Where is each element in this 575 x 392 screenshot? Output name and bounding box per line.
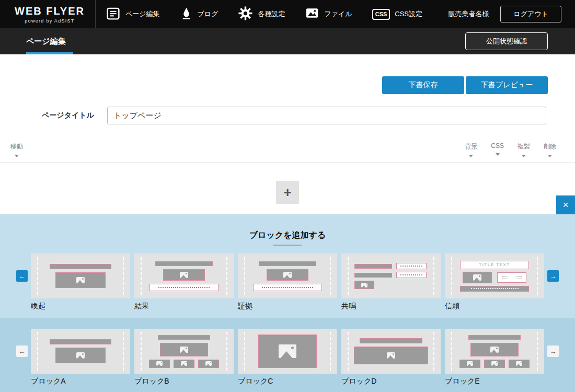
picture-icon	[516, 361, 522, 366]
block-thumb-kyomei[interactable]: 共鳴	[341, 253, 441, 311]
block-thumb-a[interactable]: ブロックA	[31, 329, 130, 386]
block-thumb-d[interactable]: ブロックD	[341, 329, 441, 386]
placeholder-image	[354, 281, 374, 289]
duplicate-label: 複製	[518, 143, 530, 150]
page-title-input[interactable]	[107, 107, 546, 124]
nav-item-settings[interactable]: 各種設定	[228, 0, 295, 28]
block-preview	[238, 329, 337, 374]
block-preview	[445, 329, 544, 374]
block-toolbar: 移動 背景 CSS 複製 削除	[0, 138, 575, 163]
placeholder-bar	[460, 286, 529, 292]
nav-item-files[interactable]: ファイル	[295, 0, 362, 28]
nav-item-label: CSS設定	[395, 9, 422, 19]
placeholder-text	[150, 284, 218, 291]
picture-icon	[180, 272, 188, 278]
block-thumb-kekka[interactable]: 結果	[134, 253, 234, 311]
block-row-generic: ← ブロックA	[0, 318, 575, 386]
block-preview	[238, 253, 337, 298]
picture-icon	[361, 283, 367, 287]
publish-status-button[interactable]: 公開状態確認	[465, 32, 548, 50]
chevron-down-icon	[496, 153, 500, 156]
block-preview	[134, 329, 234, 374]
nav-item-label: ブログ	[198, 9, 218, 19]
placeholder-image	[55, 348, 106, 363]
duplicate-dropdown[interactable]: 複製	[518, 142, 530, 157]
move-dropdown[interactable]: 移動	[10, 142, 23, 157]
placeholder-bar	[50, 339, 111, 344]
block-preview	[341, 329, 441, 374]
page-edit-icon	[106, 6, 121, 23]
block-thumb-c[interactable]: ブロックC	[238, 329, 337, 386]
block-preview	[31, 329, 130, 374]
picture-icon	[76, 352, 85, 359]
add-block-button[interactable]: +	[276, 181, 299, 204]
image-icon	[305, 6, 319, 22]
css-label: CSS	[491, 142, 504, 149]
placeholder-bar	[158, 335, 210, 340]
chevron-down-icon	[522, 155, 526, 157]
chevron-down-icon	[15, 155, 19, 157]
nav-item-page-edit[interactable]: ページ編集	[96, 0, 170, 28]
placeholder-image	[484, 360, 505, 368]
block-row-patterns: ← 喚起 結果	[0, 246, 575, 311]
delete-dropdown[interactable]: 削除	[544, 142, 556, 157]
picture-icon	[490, 347, 499, 353]
background-dropdown[interactable]: 背景	[465, 142, 477, 157]
next-arrow-button[interactable]: →	[547, 345, 559, 357]
nav-item-blog[interactable]: ブログ	[170, 0, 228, 28]
placeholder-image	[198, 360, 219, 368]
app-logo: WEB FLYER powerd by AdSIST	[0, 5, 85, 24]
placeholder-bar	[155, 261, 213, 266]
placeholder-title: TITLE TEXT	[460, 261, 529, 269]
subheader: ページ編集 公開状態確認	[0, 28, 575, 54]
block-preview: TITLE TEXT	[445, 253, 544, 298]
block-label: ブロックD	[341, 377, 441, 386]
cards-row2: ブロックA ブロックB	[31, 329, 544, 386]
next-arrow-button[interactable]: →	[547, 270, 559, 282]
block-label: 信頼	[445, 302, 544, 311]
logout-button[interactable]: ログアウト	[500, 6, 561, 22]
placeholder-image	[174, 360, 194, 368]
active-tab-underline	[26, 52, 73, 54]
picture-icon	[181, 361, 187, 366]
page-title: ページ編集	[26, 37, 66, 47]
placeholder-bar	[50, 264, 111, 269]
block-thumb-b[interactable]: ブロックB	[134, 329, 234, 386]
block-thumb-e[interactable]: ブロックE	[445, 329, 544, 386]
nav-item-css-settings[interactable]: CSS CSS設定	[362, 0, 432, 28]
page: WEB FLYER powerd by AdSIST ページ編集 ブログ	[0, 0, 575, 392]
nav-item-label: ページ編集	[125, 9, 160, 19]
chevron-down-icon	[548, 155, 552, 157]
pen-icon	[180, 7, 193, 22]
css-dropdown[interactable]: CSS	[491, 142, 504, 157]
block-preview	[341, 253, 441, 298]
background-label: 背景	[465, 143, 477, 150]
block-thumb-kanki[interactable]: 喚起	[31, 253, 130, 311]
placeholder-image	[160, 343, 208, 356]
top-navbar: WEB FLYER powerd by AdSIST ページ編集 ブログ	[0, 0, 575, 28]
placeholder-image	[258, 335, 317, 368]
save-draft-button[interactable]: 下書保存	[382, 76, 464, 94]
close-panel-button[interactable]: ×	[556, 195, 575, 214]
picture-icon	[283, 272, 292, 278]
placeholder-image	[509, 360, 530, 368]
block-label: 証拠	[238, 302, 337, 311]
picture-icon	[467, 361, 473, 366]
placeholder-bar	[354, 264, 392, 269]
prev-arrow-button[interactable]: ←	[16, 270, 28, 282]
panel-title: ブロックを追加する	[0, 230, 575, 241]
toolbar-right-group: 背景 CSS 複製 削除	[465, 142, 556, 157]
account-name: 販売業者名様	[448, 9, 489, 19]
block-label: ブロックC	[238, 377, 337, 386]
block-thumb-shinrai[interactable]: TITLE TEXT 信頼	[445, 253, 544, 311]
block-thumb-shoko[interactable]: 証拠	[238, 253, 337, 311]
placeholder-image	[267, 269, 308, 281]
placeholder-bar	[468, 335, 521, 340]
picture-icon	[279, 344, 296, 358]
picture-icon	[491, 361, 498, 366]
picture-icon	[156, 361, 163, 366]
prev-arrow-button[interactable]: ←	[16, 345, 28, 357]
block-label: 結果	[134, 302, 234, 311]
gear-icon	[238, 6, 253, 23]
preview-draft-button[interactable]: 下書プレビュー	[466, 76, 548, 94]
